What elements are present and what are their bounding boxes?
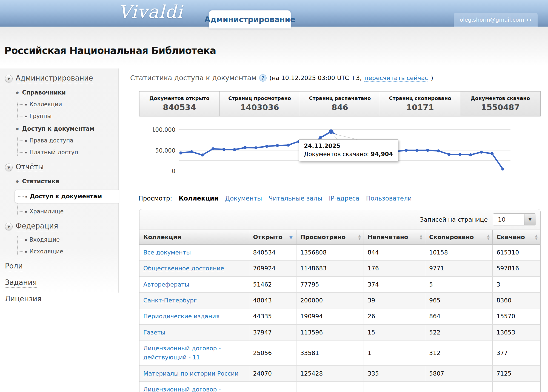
sort-both-icon[interactable]: ▲▼	[487, 234, 490, 240]
stats-summary-panel: Документов открыто 840534 Страниц просмо…	[139, 91, 541, 116]
collapse-arrow-icon[interactable]: ▼	[5, 223, 13, 230]
collections-table-panel: Записей на странице 10 ▼ Коллекции Откры…	[139, 209, 541, 392]
stat-pages-printed[interactable]: Страниц распечатано 846	[300, 91, 380, 116]
sidebar-item-administrirovanie[interactable]: ▼ Администрирование	[5, 74, 118, 83]
bullet-icon: ●	[16, 179, 19, 183]
svg-text:50,000: 50,000	[155, 147, 175, 154]
collection-link[interactable]: Общественное достояние	[143, 265, 224, 272]
square-bullet-icon: ▪	[25, 238, 27, 242]
tooltip-series-label: Документов скачано:	[304, 151, 369, 158]
stat-pages-viewed[interactable]: Страниц просмотрено 1403036	[220, 91, 300, 116]
view-tab-users[interactable]: Пользователи	[366, 195, 412, 202]
col-header-downloaded[interactable]: Скачано ▲▼	[492, 230, 540, 245]
group-federaciya: ▪ Входящие ▪ Исходящие	[16, 236, 118, 255]
tab-administration[interactable]: Администрирование	[209, 10, 291, 28]
tooltip-value: 94,904	[371, 151, 393, 158]
table-row: Газеты 37947 113596 15 522 13653	[139, 324, 540, 340]
sidebar-item-otchety[interactable]: ▼ Отчёты	[5, 163, 118, 172]
sidebar-item-dostup-k-dokumentam-report[interactable]: ▪ Доступ к документам	[15, 190, 119, 203]
stat-pages-copied[interactable]: Страниц скопировано 10171	[380, 91, 460, 116]
sort-both-icon[interactable]: ▲▼	[535, 234, 538, 240]
per-page-label: Записей на странице	[420, 216, 488, 223]
vivaldi-logo: Vivaldi	[118, 2, 183, 22]
collection-link[interactable]: Все документы	[143, 249, 191, 256]
sort-desc-icon[interactable]: ▼	[289, 234, 293, 240]
collection-link[interactable]: Лицензионный договор - действующий - 11	[143, 345, 221, 361]
view-tab-collections[interactable]: Коллекции	[179, 195, 219, 202]
stats-timestamp: (на 10.12.2025 03:00 UTC +3,	[269, 75, 362, 81]
sidebar-item-licenziya[interactable]: Лицензия	[5, 295, 118, 304]
user-account-button[interactable]: oleg.shorin@gmail.com ↦	[454, 13, 538, 27]
collapse-arrow-icon[interactable]: ▼	[5, 75, 13, 82]
bullet-icon: ●	[16, 91, 19, 95]
stats-timestamp-close: )	[431, 75, 433, 81]
table-row: Санкт-Петербург 48043 200000 39 965 8360	[139, 292, 540, 308]
sidebar-item-dostup-k-dokumentam[interactable]: ● Доступ к документам	[16, 125, 118, 132]
table-row: Материалы по истории России 24070 125428…	[139, 365, 540, 381]
table-row: Авторефераты 51462 77795 374 5 3	[139, 276, 540, 292]
section-title: Статистика доступа к документам	[130, 74, 256, 82]
sidebar-item-roli[interactable]: Роли	[5, 262, 118, 271]
square-bullet-icon: ▪	[25, 210, 27, 213]
chart-tooltip: 24.11.2025 Документов скачано: 94,904	[299, 139, 398, 161]
table-row: Периодические издания 44335 190994 26 86…	[139, 308, 540, 324]
collection-link[interactable]: Авторефераты	[143, 281, 189, 288]
tooltip-date: 24.11.2025	[304, 143, 393, 149]
table-row: Лицензионный договор - действующий - 11 …	[139, 340, 540, 365]
stat-docs-opened[interactable]: Документов открыто 840534	[139, 91, 220, 116]
sidebar-item-hranilishche[interactable]: ▪ Хранилище	[18, 208, 118, 215]
sidebar-item-ishodyashchie[interactable]: ▪ Исходящие	[18, 248, 118, 255]
help-icon[interactable]: ?	[259, 74, 267, 82]
square-bullet-icon: ▪	[25, 250, 27, 253]
square-bullet-icon: ▪	[25, 139, 27, 142]
col-header-opened[interactable]: Открыто ▼	[249, 230, 296, 245]
col-header-viewed[interactable]: Просмотрено ▲▼	[296, 230, 364, 245]
collection-link[interactable]: Газеты	[143, 329, 165, 336]
collection-link[interactable]: Периодические издания	[143, 313, 219, 320]
select-dropdown-arrow-icon[interactable]: ▼	[524, 214, 536, 225]
svg-text:0: 0	[172, 168, 175, 174]
square-bullet-icon: ▪	[25, 103, 27, 106]
sidebar: ▼ Администрирование ● Справочники ▪ Колл…	[0, 68, 119, 293]
table-row: Лицензионный договор - действующий - 10 …	[139, 381, 540, 392]
sidebar-item-platnyj-dostup[interactable]: ▪ Платный доступ	[18, 149, 118, 156]
col-header-collections[interactable]: Коллекции	[139, 230, 249, 245]
bullet-icon: ●	[16, 127, 19, 131]
sidebar-item-gruppy[interactable]: ▪ Группы	[18, 113, 118, 119]
col-header-printed[interactable]: Напечатано ▲▼	[364, 230, 425, 245]
view-switcher: Просмотр: Коллекции Документы Читальные …	[138, 195, 544, 202]
sidebar-item-spravochniki[interactable]: ● Справочники	[16, 89, 118, 96]
page-title: Российская Национальная Библиотека	[4, 45, 216, 56]
table-row: Общественное достояние 709924 1148683 17…	[139, 261, 540, 276]
sidebar-item-prava-dostupa[interactable]: ▪ Права доступа	[18, 137, 118, 144]
collapse-arrow-icon[interactable]: ▼	[5, 164, 13, 171]
sidebar-item-statistika[interactable]: ● Статистика	[16, 178, 118, 185]
col-header-copied[interactable]: Скопировано ▲▼	[425, 230, 493, 245]
collections-table: Коллекции Открыто ▼ Просмотрено ▲▼ Напеч…	[139, 230, 540, 392]
downloads-line-chart: 050,000100,000 24.11.2025 Документов ска…	[153, 124, 533, 179]
group-spravochniki: ● Справочники ▪ Коллекции ▪ Группы ● Дос…	[16, 89, 118, 156]
collection-link[interactable]: Материалы по истории России	[143, 370, 238, 377]
square-bullet-icon: ▪	[25, 151, 27, 154]
sort-both-icon[interactable]: ▲▼	[358, 234, 361, 240]
view-tab-reading-rooms[interactable]: Читальные залы	[269, 195, 322, 202]
per-page-value: 10	[493, 214, 524, 225]
table-row: Все документы 840534 1356808 844 10158 6…	[139, 245, 540, 261]
sidebar-item-vhodyashchie[interactable]: ▪ Входящие	[18, 236, 118, 243]
sidebar-item-kollekcii[interactable]: ▪ Коллекции	[18, 101, 118, 108]
per-page-select[interactable]: 10 ▼	[493, 213, 536, 225]
square-bullet-icon: ▪	[25, 115, 27, 118]
logout-icon[interactable]: ↦	[527, 16, 532, 23]
view-tab-ip-addresses[interactable]: IP-адреса	[329, 195, 359, 202]
sidebar-item-zadaniya[interactable]: Задания	[5, 278, 118, 288]
recalculate-link[interactable]: пересчитать сейчас	[364, 75, 428, 82]
stat-docs-downloaded[interactable]: Документов скачано 1550487	[460, 91, 540, 116]
collection-link[interactable]: Лицензионный договор - действующий - 10	[143, 386, 221, 392]
view-tab-documents[interactable]: Документы	[225, 195, 262, 202]
square-bullet-icon: ▪	[25, 195, 27, 198]
view-label: Просмотр:	[138, 195, 172, 202]
collection-link[interactable]: Санкт-Петербург	[143, 297, 197, 304]
sidebar-item-federaciya[interactable]: ▼ Федерация	[5, 222, 118, 231]
tab-administration-label: Администрирование	[204, 15, 295, 24]
sort-both-icon[interactable]: ▲▼	[420, 234, 422, 240]
